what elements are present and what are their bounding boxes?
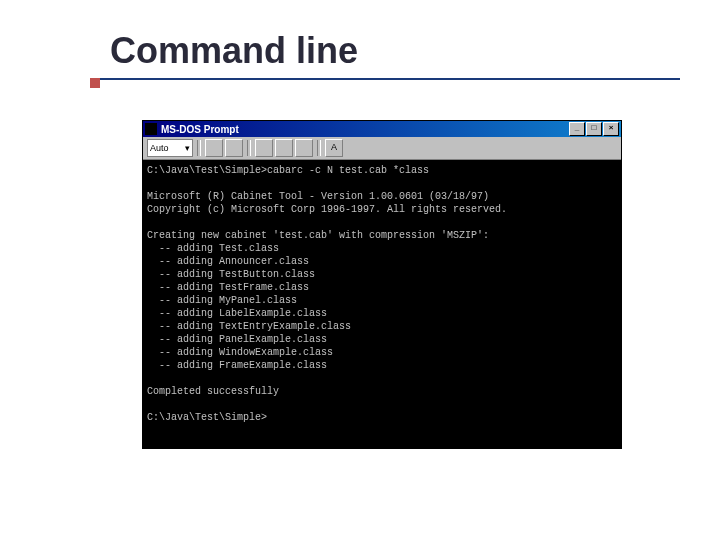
toolbar: Auto ▾ A <box>143 137 621 160</box>
console-line: -- adding FrameExample.class <box>147 360 327 371</box>
slide-title: Command line <box>100 30 680 72</box>
font-size-select[interactable]: Auto ▾ <box>147 139 193 157</box>
close-button[interactable]: × <box>603 122 619 136</box>
console-line: Copyright (c) Microsoft Corp 1996-1997. … <box>147 204 507 215</box>
dropdown-icon: ▾ <box>185 143 190 153</box>
title-underline: Command line <box>100 30 680 80</box>
title-bullet-icon <box>90 78 100 88</box>
toolbar-separator-icon <box>317 140 321 156</box>
dos-window: MS-DOS Prompt _ □ × Auto ▾ A C:\Java\Tes… <box>142 120 622 449</box>
console-line: -- adding Test.class <box>147 243 279 254</box>
console-line: -- adding TestButton.class <box>147 269 315 280</box>
toolbar-button-3[interactable] <box>255 139 273 157</box>
toolbar-separator-icon <box>197 140 201 156</box>
toolbar-button-2[interactable] <box>225 139 243 157</box>
console-prompt: C:\Java\Test\Simple> <box>147 412 267 423</box>
app-icon <box>145 123 157 135</box>
console-line: -- adding TestFrame.class <box>147 282 309 293</box>
toolbar-button-4[interactable] <box>275 139 293 157</box>
minimize-button[interactable]: _ <box>569 122 585 136</box>
console-line: Microsoft (R) Cabinet Tool - Version 1.0… <box>147 191 489 202</box>
console-line: Creating new cabinet 'test.cab' with com… <box>147 230 489 241</box>
toolbar-button-5[interactable] <box>295 139 313 157</box>
console-line: -- adding MyPanel.class <box>147 295 297 306</box>
console-line: -- adding Announcer.class <box>147 256 309 267</box>
slide-container: Command line MS-DOS Prompt _ □ × Auto ▾ <box>0 0 720 540</box>
toolbar-button-1[interactable] <box>205 139 223 157</box>
console-line: -- adding LabelExample.class <box>147 308 327 319</box>
console-line: -- adding WindowExample.class <box>147 347 333 358</box>
titlebar: MS-DOS Prompt _ □ × <box>143 121 621 137</box>
console-line: Completed successfully <box>147 386 279 397</box>
maximize-button[interactable]: □ <box>586 122 602 136</box>
console-line: C:\Java\Test\Simple>cabarc -c N test.cab… <box>147 165 429 176</box>
console-line: -- adding PanelExample.class <box>147 334 327 345</box>
console-output[interactable]: C:\Java\Test\Simple>cabarc -c N test.cab… <box>143 160 621 448</box>
toolbar-button-6[interactable]: A <box>325 139 343 157</box>
toolbar-separator-icon <box>247 140 251 156</box>
console-line: -- adding TextEntryExample.class <box>147 321 351 332</box>
window-controls: _ □ × <box>569 122 619 136</box>
font-size-value: Auto <box>150 143 169 153</box>
window-title: MS-DOS Prompt <box>161 124 569 135</box>
